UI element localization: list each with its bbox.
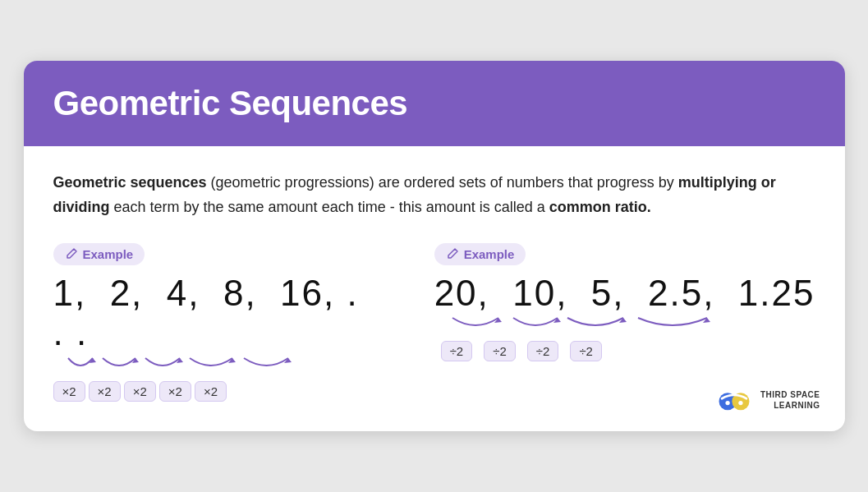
seq-right: 20, 10, 5, 2.5, 1.25	[434, 274, 815, 361]
ratio-label: ×2	[124, 381, 156, 402]
ratio-label: ÷2	[441, 341, 473, 361]
ratio-label: ÷2	[570, 341, 602, 361]
tsl-logo-text: THIRD SPACELEARNING	[760, 389, 820, 411]
labels-row-left: ×2 ×2 ×2 ×2 ×2	[53, 381, 369, 402]
example-badge-label-left: Example	[83, 247, 134, 261]
main-card: Geometric Sequences Geometric sequences …	[24, 61, 845, 430]
seq-left: 1, 2, 4, 8, 16, . . .	[53, 274, 369, 402]
examples-row: Example 1, 2, 4, 8, 16, . . .	[53, 243, 815, 402]
pencil-icon-left	[65, 247, 78, 260]
arrows-svg-left	[53, 355, 308, 381]
ratio-label: ÷2	[484, 341, 516, 361]
example-block-right: Example 20, 10, 5, 2.5, 1.25	[434, 243, 815, 361]
sequence-numbers-right: 20, 10, 5, 2.5, 1.25	[434, 274, 815, 313]
tsl-logo: THIRD SPACELEARNING	[716, 385, 820, 415]
page-title: Geometric Sequences	[53, 84, 815, 123]
example-block-left: Example 1, 2, 4, 8, 16, . . .	[53, 243, 369, 402]
ratio-label: ÷2	[527, 341, 559, 361]
example-badge-left: Example	[53, 243, 145, 265]
arrows-svg-right	[434, 315, 738, 341]
card-body: Geometric sequences (geometric progressi…	[24, 146, 845, 430]
pencil-icon-right	[446, 247, 459, 260]
example-badge-label-right: Example	[464, 247, 515, 261]
description: Geometric sequences (geometric progressi…	[53, 171, 815, 219]
example-badge-right: Example	[434, 243, 526, 265]
sequence-numbers-left: 1, 2, 4, 8, 16, . . .	[53, 274, 369, 353]
ratio-label: ×2	[53, 381, 85, 402]
svg-point-12	[738, 400, 742, 404]
ratio-label: ×2	[89, 381, 121, 402]
ratio-label: ×2	[159, 381, 191, 402]
desc-bold-3: common ratio.	[549, 199, 651, 215]
desc-text-1: (geometric progressions) are ordered set…	[207, 174, 678, 191]
card-header: Geometric Sequences	[24, 61, 845, 146]
desc-bold-1: Geometric sequences	[53, 174, 207, 191]
tsl-logo-icon	[716, 385, 752, 415]
labels-row-right: ÷2 ÷2 ÷2 ÷2	[441, 341, 815, 361]
desc-text-2: each term by the same amount each time -…	[110, 199, 549, 215]
ratio-label: ×2	[195, 381, 227, 402]
svg-point-11	[725, 400, 729, 404]
